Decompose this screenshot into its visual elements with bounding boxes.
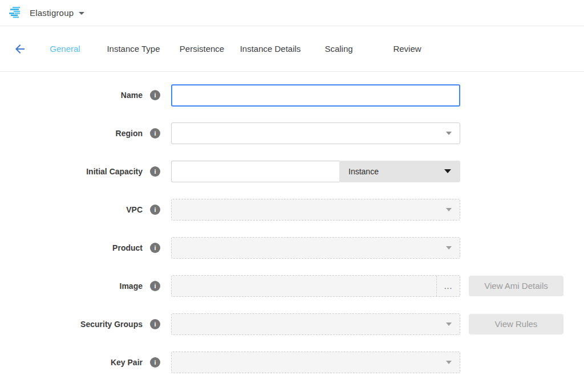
initial-capacity-row: Initial Capacity i Instance [0, 160, 584, 182]
image-label: Image [0, 281, 143, 291]
initial-capacity-input[interactable] [171, 161, 339, 182]
wizard-tabs: General Instance Type Persistence Instan… [31, 44, 441, 54]
info-icon[interactable]: i [150, 205, 160, 215]
product-switcher-label[interactable]: Elastigroup [30, 8, 74, 18]
chevron-down-icon[interactable] [79, 12, 84, 15]
vpc-label: VPC [0, 205, 143, 214]
image-input: ... [171, 275, 460, 297]
product-select [171, 237, 460, 259]
tab-review[interactable]: Review [373, 44, 441, 54]
key-pair-select [171, 352, 460, 373]
arrow-left-icon [13, 42, 27, 56]
info-icon[interactable]: i [150, 166, 160, 177]
product-label: Product [0, 243, 143, 252]
info-icon[interactable]: i [150, 319, 160, 329]
security-groups-label: Security Groups [0, 320, 143, 329]
view-ami-details-button[interactable]: View Ami Details [469, 276, 563, 296]
capacity-unit-select[interactable]: Instance [339, 161, 460, 182]
region-label: Region [0, 129, 143, 138]
tab-scaling[interactable]: Scaling [305, 44, 373, 54]
chevron-down-icon [444, 169, 451, 173]
image-row: Image i ... View Ami Details [0, 275, 584, 297]
tab-persistence[interactable]: Persistence [168, 44, 236, 54]
product-row: Product i [0, 236, 584, 259]
region-row: Region i [0, 122, 584, 144]
security-groups-select [171, 313, 460, 335]
info-icon[interactable]: i [150, 90, 160, 100]
info-icon[interactable]: i [150, 357, 160, 368]
capacity-unit-value: Instance [348, 167, 444, 176]
info-icon[interactable]: i [150, 128, 160, 138]
info-icon[interactable]: i [150, 243, 160, 253]
wizard-tab-bar: General Instance Type Persistence Instan… [0, 26, 584, 72]
chevron-down-icon [446, 322, 452, 326]
key-pair-row: Key Pair i [0, 351, 584, 373]
info-icon[interactable]: i [150, 281, 160, 291]
back-button[interactable] [11, 40, 29, 58]
security-groups-row: Security Groups i View Rules [0, 313, 584, 335]
image-browse-button[interactable]: ... [436, 276, 460, 296]
elastigroup-logo-icon [9, 7, 23, 19]
key-pair-label: Key Pair [0, 358, 143, 367]
name-row: Name i [0, 84, 584, 106]
vpc-select [171, 199, 460, 220]
region-select[interactable] [171, 122, 460, 144]
image-input-value [172, 276, 436, 296]
view-rules-button[interactable]: View Rules [469, 314, 563, 334]
chevron-down-icon [446, 132, 452, 135]
chevron-down-icon [446, 361, 452, 364]
vpc-row: VPC i [0, 198, 584, 220]
tab-general[interactable]: General [31, 44, 99, 54]
name-input[interactable] [171, 84, 460, 107]
general-settings-form: Name i Region i Initial Capacity i Insta… [0, 72, 584, 373]
tab-instance-details[interactable]: Instance Details [236, 44, 305, 54]
initial-capacity-label: Initial Capacity [0, 167, 143, 176]
name-label: Name [0, 91, 143, 100]
tab-instance-type[interactable]: Instance Type [99, 44, 168, 54]
chevron-down-icon [446, 208, 452, 211]
top-bar: Elastigroup [0, 0, 584, 26]
chevron-down-icon [446, 246, 452, 250]
